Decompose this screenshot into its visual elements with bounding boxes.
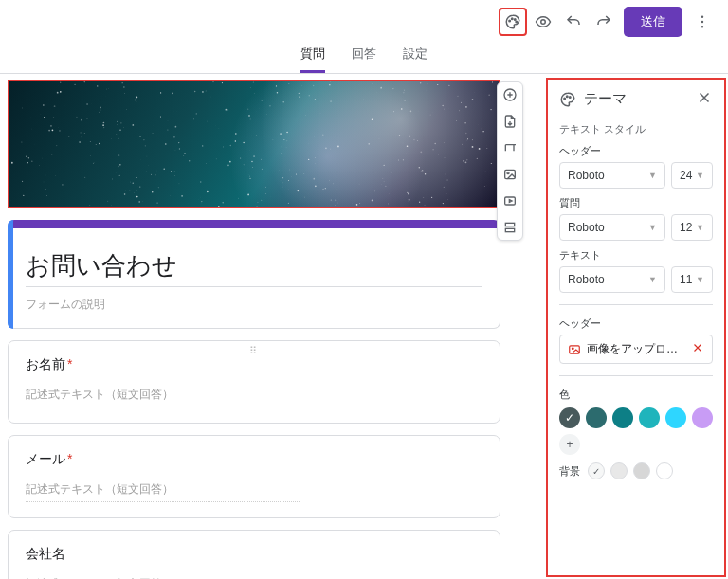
tab-responses[interactable]: 回答 (352, 45, 376, 70)
remove-image-icon[interactable] (691, 341, 704, 357)
svg-point-12 (572, 347, 573, 349)
svg-point-1 (512, 18, 514, 20)
question-font-select[interactable]: Roboto▼ (559, 214, 665, 241)
add-color-swatch[interactable]: + (559, 434, 580, 455)
text-size-select[interactable]: 11▼ (671, 266, 713, 293)
label-header-font: ヘッダー (559, 144, 713, 158)
section-header-image: ヘッダー (559, 317, 713, 331)
svg-point-6 (701, 21, 703, 23)
bg-swatch[interactable]: ✓ (588, 462, 605, 479)
color-swatch[interactable] (692, 407, 713, 428)
question-card-2[interactable]: メール* 記述式テキスト（短文回答） (8, 435, 500, 518)
question-card-3[interactable]: 会社名 記述式テキスト（短文回答） (8, 530, 500, 579)
question-size-select[interactable]: 12▼ (671, 214, 713, 241)
import-question-icon[interactable] (501, 113, 519, 130)
svg-point-3 (516, 21, 518, 23)
header-image[interactable] (8, 80, 500, 208)
svg-point-15 (507, 172, 509, 174)
header-font-select[interactable]: Roboto▼ (559, 162, 665, 189)
add-section-icon[interactable] (501, 219, 519, 236)
color-swatch[interactable] (639, 407, 660, 428)
text-font-select[interactable]: Roboto▼ (559, 266, 665, 293)
upload-chip-label: 画像をアップロ… (587, 341, 678, 357)
top-toolbar: 送信 (0, 0, 728, 44)
add-image-icon[interactable] (501, 166, 519, 183)
theme-panel: テーマ テキスト スタイル ヘッダー Roboto▼ 24▼ 質問 Roboto… (546, 78, 726, 577)
svg-point-0 (509, 20, 511, 22)
question-label: お名前* (26, 356, 482, 387)
upload-image-chip[interactable]: 画像をアップロ… (559, 335, 713, 364)
answer-placeholder: 記述式テキスト（短文回答） (26, 481, 300, 502)
color-swatch[interactable]: ✓ (559, 407, 580, 428)
tab-questions[interactable]: 質問 (300, 45, 325, 73)
palette-icon (559, 91, 576, 108)
question-label: 会社名 (26, 546, 482, 576)
more-icon[interactable] (688, 8, 717, 36)
question-card-1[interactable]: ⠿ お名前* 記述式テキスト（短文回答） (8, 340, 500, 424)
svg-point-4 (541, 20, 546, 25)
floating-toolbar (497, 81, 523, 241)
section-color: 色 (559, 388, 713, 402)
bg-swatch[interactable] (633, 462, 650, 479)
close-panel-icon[interactable] (696, 89, 713, 109)
header-image-decoration (9, 81, 493, 207)
label-question-font: 質問 (559, 196, 713, 210)
color-swatches: ✓+ (559, 407, 713, 455)
svg-rect-14 (505, 170, 516, 178)
svg-point-7 (701, 26, 703, 27)
add-title-icon[interactable] (501, 139, 519, 156)
panel-title: テーマ (584, 90, 627, 108)
form-title[interactable]: お問い合わせ (26, 244, 482, 284)
svg-point-9 (567, 95, 569, 97)
form-canvas: お問い合わせ フォームの説明 ⠿ お名前* 記述式テキスト（短文回答） メール*… (0, 74, 546, 579)
svg-point-5 (701, 16, 703, 18)
add-question-icon[interactable] (501, 86, 519, 103)
svg-rect-17 (505, 223, 514, 226)
question-label: メール* (26, 451, 482, 481)
answer-placeholder: 記述式テキスト（短文回答） (26, 387, 300, 407)
theme-icon[interactable] (499, 8, 527, 36)
header-size-select[interactable]: 24▼ (671, 162, 713, 189)
undo-icon[interactable] (559, 8, 588, 36)
svg-point-10 (570, 96, 572, 98)
form-description[interactable]: フォームの説明 (26, 287, 482, 313)
svg-point-8 (564, 98, 566, 100)
redo-icon[interactable] (590, 8, 618, 36)
tab-settings[interactable]: 設定 (403, 45, 428, 70)
color-swatch[interactable] (612, 407, 633, 428)
svg-point-2 (515, 19, 517, 21)
drag-handle-icon[interactable]: ⠿ (249, 345, 260, 357)
send-button[interactable]: 送信 (624, 7, 682, 37)
bg-swatches: ✓ (588, 462, 673, 479)
section-text-style: テキスト スタイル (559, 122, 713, 136)
tabs: 質問 回答 設定 (0, 44, 728, 74)
color-swatch[interactable] (665, 407, 686, 428)
color-swatch[interactable] (586, 407, 607, 428)
svg-rect-11 (570, 345, 580, 353)
section-bg: 背景 (559, 464, 580, 479)
image-icon (568, 343, 581, 356)
preview-icon[interactable] (529, 8, 557, 36)
bg-swatch[interactable] (656, 462, 673, 479)
bg-swatch[interactable] (610, 462, 628, 479)
add-video-icon[interactable] (501, 192, 519, 209)
svg-rect-18 (505, 228, 514, 231)
label-text-font: テキスト (559, 248, 713, 262)
title-card[interactable]: お問い合わせ フォームの説明 (8, 220, 500, 329)
